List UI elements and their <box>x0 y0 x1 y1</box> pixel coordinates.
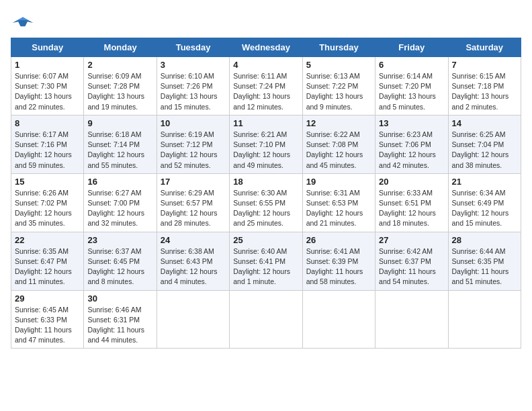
calendar-table: SundayMondayTuesdayWednesdayThursdayFrid… <box>11 38 521 349</box>
day-number: 10 <box>161 118 226 128</box>
calendar-cell: 3Sunrise: 6:10 AMSunset: 7:26 PMDaylight… <box>157 57 229 116</box>
day-info: Sunrise: 6:35 AMSunset: 6:47 PMDaylight:… <box>15 246 80 287</box>
day-number: 8 <box>15 118 80 128</box>
day-info: Sunrise: 6:23 AMSunset: 7:06 PMDaylight:… <box>379 130 444 171</box>
weekday-header: Saturday <box>448 38 521 57</box>
day-info: Sunrise: 6:42 AMSunset: 6:37 PMDaylight:… <box>379 246 444 287</box>
day-info: Sunrise: 6:18 AMSunset: 7:14 PMDaylight:… <box>87 130 152 171</box>
day-number: 23 <box>87 235 152 245</box>
day-info: Sunrise: 6:30 AMSunset: 6:55 PMDaylight:… <box>233 188 298 229</box>
day-info: Sunrise: 6:27 AMSunset: 7:00 PMDaylight:… <box>87 188 152 229</box>
day-number: 20 <box>379 177 444 187</box>
calendar-cell: 24Sunrise: 6:38 AMSunset: 6:43 PMDayligh… <box>157 232 229 290</box>
calendar-cell: 18Sunrise: 6:30 AMSunset: 6:55 PMDayligh… <box>230 173 302 232</box>
page-header <box>11 11 521 32</box>
calendar-cell: 29Sunrise: 6:45 AMSunset: 6:33 PMDayligh… <box>11 290 84 349</box>
calendar-cell: 2Sunrise: 6:09 AMSunset: 7:28 PMDaylight… <box>84 57 157 116</box>
calendar-cell: 6Sunrise: 6:14 AMSunset: 7:20 PMDaylight… <box>375 57 448 116</box>
calendar-cell: 14Sunrise: 6:25 AMSunset: 7:04 PMDayligh… <box>448 115 521 173</box>
calendar-cell: 1Sunrise: 6:07 AMSunset: 7:30 PMDaylight… <box>11 57 84 116</box>
weekday-header: Wednesday <box>230 38 302 57</box>
day-info: Sunrise: 6:34 AMSunset: 6:49 PMDaylight:… <box>452 188 517 229</box>
calendar-cell: 16Sunrise: 6:27 AMSunset: 7:00 PMDayligh… <box>84 173 157 232</box>
logo <box>11 15 38 32</box>
calendar-cell <box>230 290 302 349</box>
day-info: Sunrise: 6:26 AMSunset: 7:02 PMDaylight:… <box>15 188 80 229</box>
weekday-header: Monday <box>84 38 157 57</box>
day-info: Sunrise: 6:13 AMSunset: 7:22 PMDaylight:… <box>306 71 371 112</box>
day-number: 15 <box>15 177 80 187</box>
day-info: Sunrise: 6:17 AMSunset: 7:16 PMDaylight:… <box>15 130 80 171</box>
calendar-cell: 26Sunrise: 6:41 AMSunset: 6:39 PMDayligh… <box>302 232 375 290</box>
day-number: 6 <box>379 60 444 70</box>
calendar-cell: 15Sunrise: 6:26 AMSunset: 7:02 PMDayligh… <box>11 173 84 232</box>
calendar-cell: 12Sunrise: 6:22 AMSunset: 7:08 PMDayligh… <box>302 115 375 173</box>
day-info: Sunrise: 6:09 AMSunset: 7:28 PMDaylight:… <box>87 71 152 112</box>
day-info: Sunrise: 6:38 AMSunset: 6:43 PMDaylight:… <box>161 246 226 287</box>
calendar-cell: 21Sunrise: 6:34 AMSunset: 6:49 PMDayligh… <box>448 173 521 232</box>
weekday-header: Tuesday <box>157 38 229 57</box>
calendar-cell: 8Sunrise: 6:17 AMSunset: 7:16 PMDaylight… <box>11 115 84 173</box>
calendar-cell: 25Sunrise: 6:40 AMSunset: 6:41 PMDayligh… <box>230 232 302 290</box>
day-number: 29 <box>15 293 80 304</box>
calendar-cell: 4Sunrise: 6:11 AMSunset: 7:24 PMDaylight… <box>230 57 302 116</box>
day-number: 13 <box>379 118 444 128</box>
calendar-cell: 5Sunrise: 6:13 AMSunset: 7:22 PMDaylight… <box>302 57 375 116</box>
day-number: 24 <box>161 235 226 245</box>
calendar-header-row: SundayMondayTuesdayWednesdayThursdayFrid… <box>11 38 521 57</box>
day-info: Sunrise: 6:07 AMSunset: 7:30 PMDaylight:… <box>15 71 80 112</box>
day-number: 30 <box>87 293 152 304</box>
day-info: Sunrise: 6:37 AMSunset: 6:45 PMDaylight:… <box>87 246 152 287</box>
calendar-cell: 23Sunrise: 6:37 AMSunset: 6:45 PMDayligh… <box>84 232 157 290</box>
day-number: 9 <box>87 118 152 128</box>
calendar-cell: 30Sunrise: 6:46 AMSunset: 6:31 PMDayligh… <box>84 290 157 349</box>
day-info: Sunrise: 6:22 AMSunset: 7:08 PMDaylight:… <box>306 130 371 171</box>
weekday-header: Thursday <box>302 38 375 57</box>
day-info: Sunrise: 6:41 AMSunset: 6:39 PMDaylight:… <box>306 246 371 287</box>
weekday-header: Sunday <box>11 38 84 57</box>
logo-icon <box>11 15 35 31</box>
day-info: Sunrise: 6:19 AMSunset: 7:12 PMDaylight:… <box>161 130 226 171</box>
calendar-cell: 17Sunrise: 6:29 AMSunset: 6:57 PMDayligh… <box>157 173 229 232</box>
day-info: Sunrise: 6:40 AMSunset: 6:41 PMDaylight:… <box>233 246 298 287</box>
day-info: Sunrise: 6:11 AMSunset: 7:24 PMDaylight:… <box>233 71 298 112</box>
day-number: 14 <box>452 118 517 128</box>
day-number: 17 <box>161 177 226 187</box>
day-number: 3 <box>161 60 226 70</box>
day-number: 1 <box>15 60 80 70</box>
day-number: 12 <box>306 118 371 128</box>
day-number: 19 <box>306 177 371 187</box>
day-number: 16 <box>87 177 152 187</box>
calendar-cell: 11Sunrise: 6:21 AMSunset: 7:10 PMDayligh… <box>230 115 302 173</box>
day-number: 28 <box>452 235 517 245</box>
day-number: 2 <box>87 60 152 70</box>
day-info: Sunrise: 6:15 AMSunset: 7:18 PMDaylight:… <box>452 71 517 112</box>
day-number: 21 <box>452 177 517 187</box>
calendar-cell: 7Sunrise: 6:15 AMSunset: 7:18 PMDaylight… <box>448 57 521 116</box>
day-info: Sunrise: 6:46 AMSunset: 6:31 PMDaylight:… <box>87 305 152 346</box>
day-info: Sunrise: 6:10 AMSunset: 7:26 PMDaylight:… <box>161 71 226 112</box>
day-number: 4 <box>233 60 298 70</box>
calendar-cell <box>448 290 521 349</box>
day-number: 11 <box>233 118 298 128</box>
calendar-cell <box>375 290 448 349</box>
day-info: Sunrise: 6:33 AMSunset: 6:51 PMDaylight:… <box>379 188 444 229</box>
day-info: Sunrise: 6:44 AMSunset: 6:35 PMDaylight:… <box>452 246 517 287</box>
day-number: 5 <box>306 60 371 70</box>
calendar-cell <box>157 290 229 349</box>
day-number: 22 <box>15 235 80 245</box>
day-info: Sunrise: 6:29 AMSunset: 6:57 PMDaylight:… <box>161 188 226 229</box>
day-number: 7 <box>452 60 517 70</box>
calendar-cell: 20Sunrise: 6:33 AMSunset: 6:51 PMDayligh… <box>375 173 448 232</box>
calendar-cell: 28Sunrise: 6:44 AMSunset: 6:35 PMDayligh… <box>448 232 521 290</box>
day-number: 25 <box>233 235 298 245</box>
day-number: 26 <box>306 235 371 245</box>
day-info: Sunrise: 6:31 AMSunset: 6:53 PMDaylight:… <box>306 188 371 229</box>
day-info: Sunrise: 6:45 AMSunset: 6:33 PMDaylight:… <box>15 305 80 346</box>
day-info: Sunrise: 6:14 AMSunset: 7:20 PMDaylight:… <box>379 71 444 112</box>
calendar-cell: 19Sunrise: 6:31 AMSunset: 6:53 PMDayligh… <box>302 173 375 232</box>
day-info: Sunrise: 6:25 AMSunset: 7:04 PMDaylight:… <box>452 130 517 171</box>
calendar-cell <box>302 290 375 349</box>
day-info: Sunrise: 6:21 AMSunset: 7:10 PMDaylight:… <box>233 130 298 171</box>
calendar-cell: 10Sunrise: 6:19 AMSunset: 7:12 PMDayligh… <box>157 115 229 173</box>
